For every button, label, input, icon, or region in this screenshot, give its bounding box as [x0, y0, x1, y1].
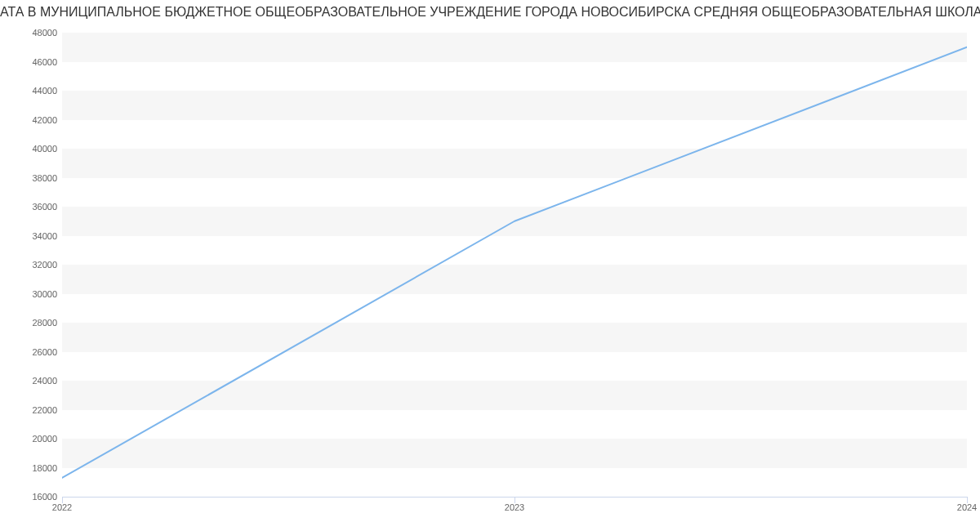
grid-band: [62, 323, 967, 352]
y-axis-tick-label: 48000: [8, 28, 57, 38]
y-axis-tick-label: 18000: [8, 463, 57, 473]
y-axis-tick-label: 20000: [8, 434, 57, 444]
grid-band: [62, 91, 967, 120]
y-axis-tick-label: 26000: [8, 347, 57, 357]
chart-title: АТА В МУНИЦИПАЛЬНОЕ БЮДЖЕТНОЕ ОБЩЕОБРАЗО…: [0, 5, 980, 20]
x-axis-tick-label: 2024: [957, 502, 977, 512]
plot-area: [62, 33, 967, 497]
y-axis-tick-label: 36000: [8, 202, 57, 212]
grid-band: [62, 439, 967, 468]
chart-container: АТА В МУНИЦИПАЛЬНОЕ БЮДЖЕТНОЕ ОБЩЕОБРАЗО…: [0, 0, 980, 531]
x-axis-tick-label: 2023: [505, 502, 524, 512]
grid-band: [62, 207, 967, 236]
y-axis-tick-label: 32000: [8, 260, 57, 270]
grid-band: [62, 265, 967, 294]
y-axis-tick-label: 34000: [8, 231, 57, 241]
x-axis-tick: [514, 497, 515, 503]
y-axis-tick-label: 42000: [8, 115, 57, 125]
y-axis-tick-label: 38000: [8, 173, 57, 183]
x-axis-tick-label: 2022: [52, 502, 72, 512]
y-axis-tick-label: 30000: [8, 289, 57, 299]
y-axis-tick-label: 24000: [8, 376, 57, 386]
y-axis-tick-label: 40000: [8, 144, 57, 154]
grid-band: [62, 149, 967, 178]
x-axis-tick: [62, 497, 63, 503]
grid-band: [62, 33, 967, 62]
grid-band: [62, 381, 967, 410]
x-axis-tick: [967, 497, 968, 503]
y-axis-tick-label: 44000: [8, 86, 57, 96]
y-axis-tick-label: 28000: [8, 318, 57, 328]
y-axis-tick-label: 16000: [8, 492, 57, 502]
y-axis-tick-label: 22000: [8, 405, 57, 415]
y-axis-tick-label: 46000: [8, 57, 57, 67]
